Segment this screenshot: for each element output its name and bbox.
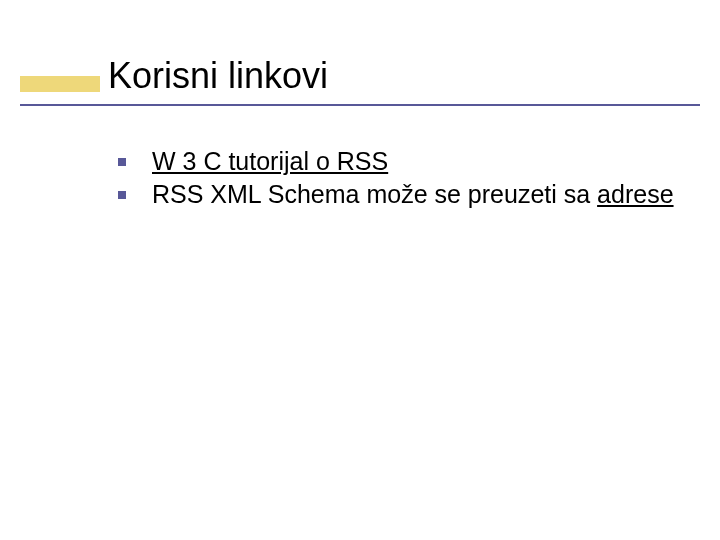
slide-title: Korisni linkovi — [108, 58, 328, 94]
slide: Korisni linkovi W 3 C tutorijal o RSS RS… — [0, 0, 720, 540]
bullet-prefix-text: RSS XML Schema može se preuzeti sa — [152, 180, 597, 208]
link-w3c-rss-tutorial[interactable]: W 3 C tutorijal o RSS — [152, 147, 388, 175]
list-item: RSS XML Schema može se preuzeti sa adres… — [118, 179, 678, 210]
link-rss-xml-schema-address[interactable]: adrese — [597, 180, 673, 208]
bullet-icon — [118, 191, 126, 199]
bullet-icon — [118, 158, 126, 166]
bullet-list: W 3 C tutorijal o RSS RSS XML Schema mož… — [118, 146, 678, 213]
title-underline — [20, 104, 700, 106]
title-accent-bar — [20, 76, 100, 92]
list-item: W 3 C tutorijal o RSS — [118, 146, 678, 177]
title-wrap: Korisni linkovi — [20, 46, 328, 106]
